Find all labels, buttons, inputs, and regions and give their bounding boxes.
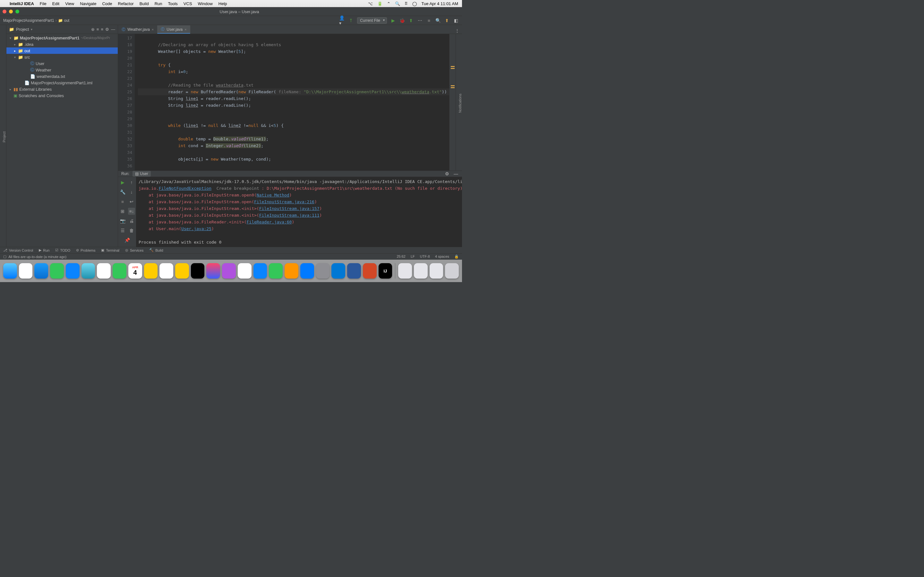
dock-notes[interactable] — [175, 263, 189, 279]
notifications-tool-tab[interactable]: Notifications — [458, 93, 462, 113]
up-stack-icon[interactable]: ↑ — [128, 179, 135, 186]
dock-pages[interactable] — [284, 263, 298, 279]
close-icon[interactable]: × — [152, 27, 153, 31]
dock-appstore-1[interactable] — [254, 263, 267, 279]
window-minimize-button[interactable] — [9, 10, 13, 13]
trash-icon[interactable]: 🗑 — [128, 227, 135, 234]
tree-out[interactable]: ▸📁out — [6, 47, 118, 54]
soft-wrap-icon[interactable]: ↩ — [128, 198, 135, 205]
dock-finder[interactable] — [3, 263, 17, 279]
tool-run[interactable]: ▶ Run — [39, 248, 49, 252]
menu-app[interactable]: IntelliJ IDEA — [10, 1, 34, 6]
dock-maps[interactable] — [81, 263, 95, 279]
tool-build[interactable]: 🔨 Build — [149, 248, 163, 252]
dock-recent-1[interactable] — [398, 263, 412, 279]
tree-root[interactable]: ▾📁 MajorProjectAssignmentPart1 ~/Desktop… — [6, 35, 118, 41]
menu-vcs[interactable]: VCS — [184, 1, 192, 6]
status-readonly-icon[interactable]: 🔒 — [454, 255, 459, 259]
dock-numbers[interactable] — [269, 263, 283, 279]
menu-window[interactable]: Window — [198, 1, 213, 6]
dock-intellij[interactable]: IJ — [379, 263, 393, 279]
run-console[interactable]: /Library/Java/JavaVirtualMachines/jdk-17… — [136, 177, 462, 247]
filter-icon[interactable]: ☰ — [119, 227, 126, 234]
dock-messages[interactable] — [50, 263, 64, 279]
menu-view[interactable]: View — [65, 1, 74, 6]
dock-word[interactable] — [347, 263, 361, 279]
editor-content[interactable]: //Declaring an array of objects having 5… — [135, 34, 449, 171]
build-icon[interactable]: ⤒ — [348, 18, 354, 23]
layout-icon[interactable]: ⊞ — [119, 208, 126, 215]
expand-all-icon[interactable]: ≡ — [97, 27, 99, 32]
select-opened-file-icon[interactable]: ⊕ — [91, 27, 95, 32]
dock-recent-3[interactable] — [430, 263, 443, 279]
project-tool-tab[interactable]: Project — [2, 131, 6, 142]
stop-button[interactable]: ■ — [426, 18, 432, 23]
menubar-clock[interactable]: Tue Apr 4 11:01 AM — [422, 1, 458, 6]
wifi-icon[interactable]: ⌃ — [387, 1, 391, 6]
tree-user[interactable]: ⒸUser — [6, 60, 118, 67]
print-icon[interactable]: 🖨 — [128, 218, 135, 224]
dock-appstore-2[interactable] — [300, 263, 314, 279]
run-settings-icon[interactable]: ⚙ — [444, 171, 450, 177]
editor-error-stripe[interactable] — [449, 34, 456, 171]
editor-more-icon[interactable]: ⋮ — [454, 28, 460, 34]
menu-help[interactable]: Help — [218, 1, 227, 6]
rerun-icon[interactable]: ▶ — [119, 179, 126, 186]
tree-external-libs[interactable]: ▸▮▮External Libraries — [6, 86, 118, 92]
editor-gutter[interactable]: 1718192021222324252627282930313233343536 — [118, 34, 135, 171]
menu-refactor[interactable]: Refactor — [118, 1, 134, 6]
dock-powerpoint[interactable] — [363, 263, 376, 279]
code-editor[interactable]: 1718192021222324252627282930313233343536… — [118, 34, 449, 171]
tab-user[interactable]: ⒸUser.java× — [157, 25, 190, 34]
ide-updates-icon[interactable]: ⬆ — [444, 18, 450, 23]
status-indent[interactable]: 4 spaces — [435, 255, 449, 259]
dock-news[interactable] — [238, 263, 252, 279]
control-center-icon[interactable]: ⠿ — [405, 1, 408, 6]
tool-version-control[interactable]: ⎇ Version Control — [3, 248, 33, 252]
dock-mail[interactable] — [66, 263, 79, 279]
status-encoding[interactable]: UTF-8 — [420, 255, 430, 259]
run-button[interactable]: ▶ — [390, 18, 396, 23]
down-stack-icon[interactable]: ↓ — [128, 189, 135, 195]
dock-recent-2[interactable] — [414, 263, 428, 279]
dock-launchpad[interactable] — [19, 263, 33, 279]
tree-weatherdata[interactable]: 📄weatherdata.txt — [6, 73, 118, 79]
project-settings-icon[interactable]: ⚙ — [105, 27, 109, 32]
project-view-dropdown-icon[interactable]: ▾ — [31, 27, 32, 31]
menu-navigate[interactable]: Navigate — [80, 1, 96, 6]
status-caret-pos[interactable]: 25:62 — [397, 255, 405, 259]
search-everywhere-icon[interactable]: 🔍 — [435, 18, 441, 23]
status-line-ending[interactable]: LF — [411, 255, 415, 259]
tool-services[interactable]: ◎ Services — [125, 248, 144, 252]
dock-music[interactable] — [206, 263, 220, 279]
close-icon[interactable]: × — [184, 27, 186, 31]
run-config-tab[interactable]: ▤User — [132, 171, 150, 177]
dock-calendar[interactable]: APR4 — [128, 263, 142, 279]
dock-outlook[interactable] — [331, 263, 345, 279]
dock-photos[interactable] — [97, 263, 111, 279]
menu-build[interactable]: Build — [140, 1, 149, 6]
profiler-button[interactable]: ⋯ — [417, 18, 423, 23]
bluetooth-icon[interactable]: ⌥ — [368, 1, 373, 6]
dock-reminders[interactable] — [160, 263, 173, 279]
window-zoom-button[interactable] — [15, 10, 19, 13]
tree-idea[interactable]: ▸📁.idea — [6, 41, 118, 47]
tool-problems[interactable]: ⊘ Problems — [76, 248, 95, 252]
debug-button[interactable]: 🐞 — [399, 18, 405, 23]
run-config-selector[interactable]: Current File — [357, 17, 387, 24]
breadcrumb-project[interactable]: MajorProjectAssignmentPart1 — [3, 18, 54, 23]
battery-icon[interactable]: 🔋 — [377, 1, 383, 6]
status-vcs-icon[interactable]: ▢ — [3, 255, 6, 259]
tree-iml[interactable]: 📄MajorProjectAssignmentPart1.iml — [6, 79, 118, 86]
menu-tools[interactable]: Tools — [168, 1, 178, 6]
menu-edit[interactable]: Edit — [52, 1, 59, 6]
tool-terminal[interactable]: ▣ Terminal — [101, 248, 120, 252]
project-tree[interactable]: ▾📁 MajorProjectAssignmentPart1 ~/Desktop… — [6, 34, 118, 99]
dock-trash[interactable] — [445, 263, 459, 279]
menu-run[interactable]: Run — [155, 1, 162, 6]
collapse-all-icon[interactable]: ≡ — [101, 27, 103, 32]
camera-icon[interactable]: 📷 — [119, 218, 126, 224]
dock-contacts[interactable] — [144, 263, 158, 279]
menu-code[interactable]: Code — [102, 1, 112, 6]
spotlight-icon[interactable]: 🔍 — [395, 1, 400, 6]
